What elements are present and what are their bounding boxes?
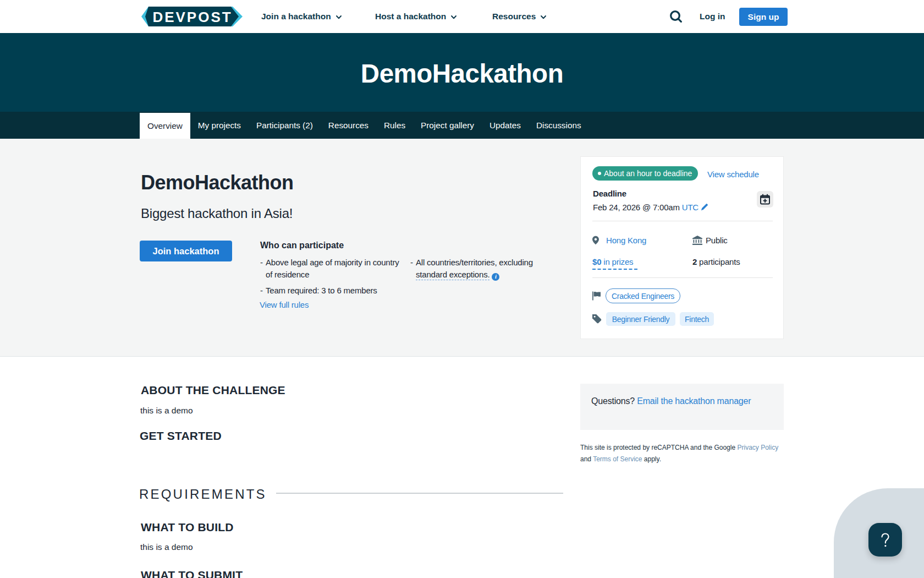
svg-text:DEVPOST: DEVPOST [152,9,232,25]
